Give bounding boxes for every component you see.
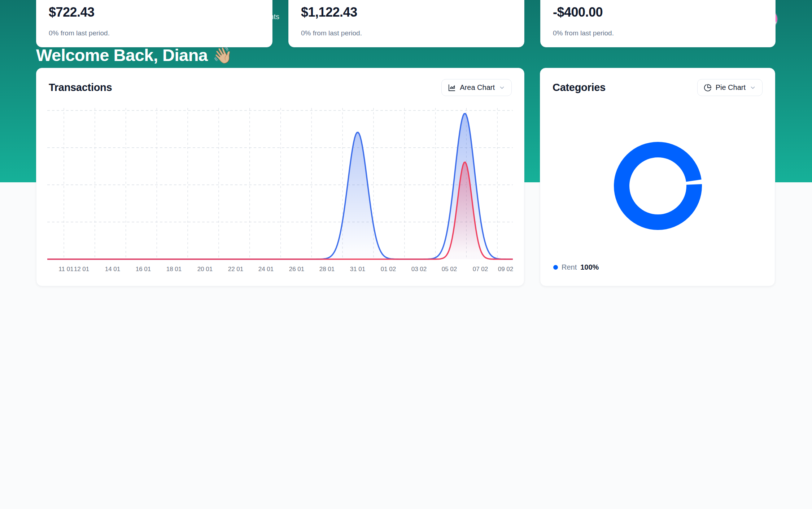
transactions-area-chart[interactable]: 11 0112 0114 0116 0118 0120 0122 0124 01…: [47, 104, 513, 287]
remaining-card: Remaining Jan 11 - Feb 10, 2025 $722.: [36, 0, 272, 47]
wave-emoji: 👋🏼: [213, 46, 233, 65]
chevron-down-icon: [499, 84, 505, 91]
x-axis-tick: 20 01: [197, 266, 213, 273]
finance-dashboard: Finance OverviewTransactionsAccountsCate…: [0, 0, 812, 509]
x-axis-tick: 22 01: [228, 266, 244, 273]
x-axis-tick: 12 01: [74, 266, 90, 273]
chart-type-label: Pie Chart: [716, 83, 746, 92]
chart-type-selector[interactable]: Pie Chart: [697, 79, 763, 96]
chevron-down-icon: [750, 84, 756, 91]
categories-title: Categories: [553, 82, 606, 93]
summary-cards: Remaining Jan 11 - Feb 10, 2025 $722.: [36, 0, 775, 47]
page-title: Welcome Back, Diana: [36, 45, 208, 65]
pie-chart-icon: [704, 84, 712, 92]
categories-panel: Categories Pie Chart Rent 10: [540, 68, 775, 286]
categories-pie-chart[interactable]: [540, 104, 776, 244]
chart-type-selector[interactable]: Area Chart: [441, 79, 512, 96]
remaining-amount: $722.43: [49, 5, 261, 20]
transactions-title: Transactions: [49, 82, 112, 93]
card-note: 0% from last period.: [301, 29, 512, 37]
legend-item: Rent 100%: [553, 263, 599, 271]
x-axis-tick: 31 01: [350, 266, 366, 273]
transactions-panel: Transactions Area Chart 11 0112 0114 011…: [36, 68, 524, 286]
expenses-card: Expenses Jan 11 - Feb 10, 2025 -$400.00 …: [540, 0, 776, 47]
x-axis-tick: 18 01: [166, 266, 182, 273]
x-axis-tick: 24 01: [258, 266, 274, 273]
legend-dot: [553, 265, 558, 270]
x-axis-tick: 16 01: [136, 266, 151, 273]
legend-label: Rent: [562, 263, 577, 271]
x-axis-tick: 14 01: [105, 266, 121, 273]
x-axis-tick: 01 02: [381, 266, 396, 273]
card-note: 0% from last period.: [553, 29, 764, 37]
x-axis-tick: 09 02: [498, 266, 514, 273]
x-axis-tick: 26 01: [289, 266, 305, 273]
income-card: Income Jan 11 - Feb 10, 2025 $1,122.43 0…: [288, 0, 524, 47]
x-axis-tick: 11 01: [58, 266, 73, 273]
x-axis-tick: 28 01: [319, 266, 335, 273]
x-axis-tick: 07 02: [473, 266, 488, 273]
expenses-amount: -$400.00: [553, 5, 764, 20]
chart-panels: Transactions Area Chart 11 0112 0114 011…: [36, 68, 775, 286]
x-axis-tick: 05 02: [442, 266, 457, 273]
legend-percent: 100%: [580, 263, 599, 271]
chart-type-label: Area Chart: [460, 83, 495, 92]
card-note: 0% from last period.: [49, 29, 261, 37]
welcome-heading: Welcome Back, Diana 👋🏼: [36, 45, 776, 65]
income-amount: $1,122.43: [301, 5, 512, 20]
x-axis-tick: 03 02: [411, 266, 427, 273]
area-chart-icon: [448, 84, 456, 92]
